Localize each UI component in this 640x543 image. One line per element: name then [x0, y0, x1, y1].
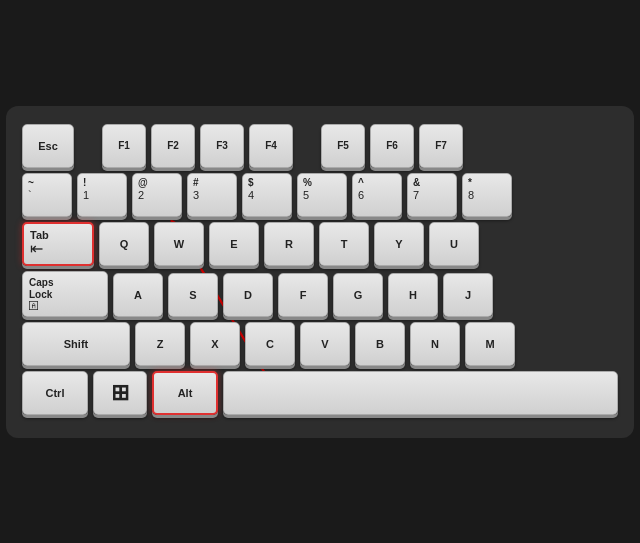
key-x[interactable]: X [190, 322, 240, 366]
key-f1-label: F1 [118, 140, 130, 151]
fn-row: Esc F1 F2 F3 F4 F5 F6 F7 [22, 124, 618, 168]
key-f4-label: F4 [265, 140, 277, 151]
key-f6-label: F6 [386, 140, 398, 151]
key-tilde[interactable]: ~ ` [22, 173, 72, 217]
key-y[interactable]: Y [374, 222, 424, 266]
qwerty-row: Tab ⇤ Q W E R T Y U [22, 222, 618, 266]
key-shift-left[interactable]: Shift [22, 322, 130, 366]
key-f7[interactable]: F7 [419, 124, 463, 168]
key-e[interactable]: E [209, 222, 259, 266]
key-n[interactable]: N [410, 322, 460, 366]
key-a[interactable]: A [113, 273, 163, 317]
number-row: ~ ` ! 1 @ 2 # 3 $ 4 % 5 ^ 6 & 7 [22, 173, 618, 217]
key-ctrl[interactable]: Ctrl [22, 371, 88, 415]
key-f3-label: F3 [216, 140, 228, 151]
key-h[interactable]: H [388, 273, 438, 317]
key-m[interactable]: M [465, 322, 515, 366]
key-v[interactable]: V [300, 322, 350, 366]
bottom-row: Ctrl ⊞ Alt [22, 371, 618, 415]
key-f[interactable]: F [278, 273, 328, 317]
key-r[interactable]: R [264, 222, 314, 266]
keyboard: Esc F1 F2 F3 F4 F5 F6 F7 ~ ` ! [6, 106, 634, 438]
key-q[interactable]: Q [99, 222, 149, 266]
key-w[interactable]: W [154, 222, 204, 266]
key-6[interactable]: ^ 6 [352, 173, 402, 217]
key-2[interactable]: @ 2 [132, 173, 182, 217]
key-z[interactable]: Z [135, 322, 185, 366]
key-g[interactable]: G [333, 273, 383, 317]
key-f5-label: F5 [337, 140, 349, 151]
key-j[interactable]: J [443, 273, 493, 317]
key-f5[interactable]: F5 [321, 124, 365, 168]
key-f4[interactable]: F4 [249, 124, 293, 168]
key-c[interactable]: C [245, 322, 295, 366]
key-t[interactable]: T [319, 222, 369, 266]
key-3[interactable]: # 3 [187, 173, 237, 217]
key-esc-label: Esc [38, 140, 58, 152]
asdf-row: CapsLock 🄰 A S D F G H J [22, 271, 618, 317]
key-b[interactable]: B [355, 322, 405, 366]
key-f3[interactable]: F3 [200, 124, 244, 168]
key-f7-label: F7 [435, 140, 447, 151]
key-1[interactable]: ! 1 [77, 173, 127, 217]
key-tab[interactable]: Tab ⇤ [22, 222, 94, 266]
key-f2[interactable]: F2 [151, 124, 195, 168]
key-f6[interactable]: F6 [370, 124, 414, 168]
key-s[interactable]: S [168, 273, 218, 317]
key-win[interactable]: ⊞ [93, 371, 147, 415]
key-space[interactable] [223, 371, 618, 415]
key-d[interactable]: D [223, 273, 273, 317]
key-alt[interactable]: Alt [152, 371, 218, 415]
key-8[interactable]: * 8 [462, 173, 512, 217]
zxcv-row: Shift Z X C V B N M [22, 322, 618, 366]
key-f2-label: F2 [167, 140, 179, 151]
key-7[interactable]: & 7 [407, 173, 457, 217]
key-f1[interactable]: F1 [102, 124, 146, 168]
key-4[interactable]: $ 4 [242, 173, 292, 217]
key-capslock[interactable]: CapsLock 🄰 [22, 271, 108, 317]
key-esc[interactable]: Esc [22, 124, 74, 168]
key-u[interactable]: U [429, 222, 479, 266]
key-5[interactable]: % 5 [297, 173, 347, 217]
